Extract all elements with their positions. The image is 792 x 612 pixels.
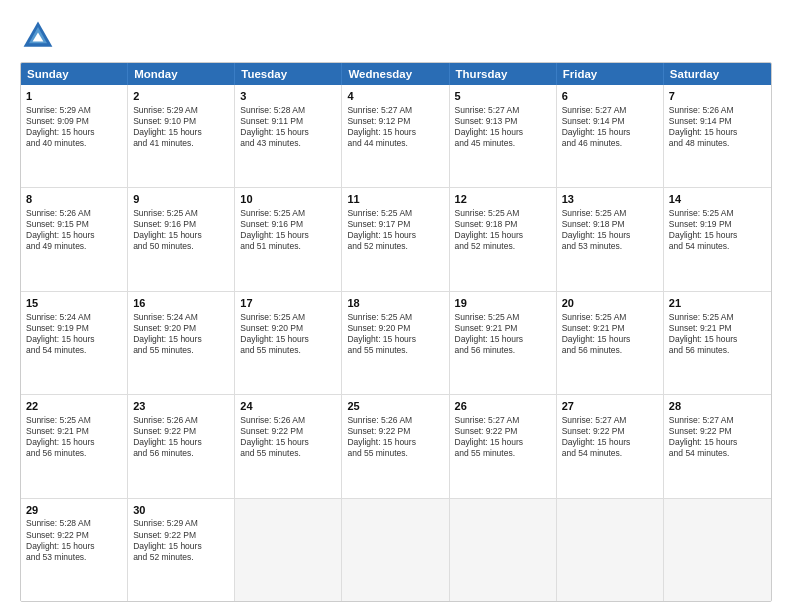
- day-cell-22: 22Sunrise: 5:25 AM Sunset: 9:21 PM Dayli…: [21, 395, 128, 497]
- day-cell-15: 15Sunrise: 5:24 AM Sunset: 9:19 PM Dayli…: [21, 292, 128, 394]
- day-cell-26: 26Sunrise: 5:27 AM Sunset: 9:22 PM Dayli…: [450, 395, 557, 497]
- day-info: Sunrise: 5:27 AM Sunset: 9:12 PM Dayligh…: [347, 105, 443, 149]
- day-cell-20: 20Sunrise: 5:25 AM Sunset: 9:21 PM Dayli…: [557, 292, 664, 394]
- day-cell-16: 16Sunrise: 5:24 AM Sunset: 9:20 PM Dayli…: [128, 292, 235, 394]
- day-number: 20: [562, 296, 658, 311]
- day-number: 21: [669, 296, 766, 311]
- day-cell-29: 29Sunrise: 5:28 AM Sunset: 9:22 PM Dayli…: [21, 499, 128, 601]
- empty-cell: [342, 499, 449, 601]
- day-number: 7: [669, 89, 766, 104]
- day-cell-30: 30Sunrise: 5:29 AM Sunset: 9:22 PM Dayli…: [128, 499, 235, 601]
- day-info: Sunrise: 5:25 AM Sunset: 9:17 PM Dayligh…: [347, 208, 443, 252]
- day-cell-11: 11Sunrise: 5:25 AM Sunset: 9:17 PM Dayli…: [342, 188, 449, 290]
- logo: [20, 18, 62, 54]
- day-cell-17: 17Sunrise: 5:25 AM Sunset: 9:20 PM Dayli…: [235, 292, 342, 394]
- calendar-row-5: 29Sunrise: 5:28 AM Sunset: 9:22 PM Dayli…: [21, 499, 771, 601]
- day-number: 5: [455, 89, 551, 104]
- day-cell-18: 18Sunrise: 5:25 AM Sunset: 9:20 PM Dayli…: [342, 292, 449, 394]
- calendar-row-1: 1Sunrise: 5:29 AM Sunset: 9:09 PM Daylig…: [21, 85, 771, 188]
- day-number: 30: [133, 503, 229, 518]
- day-info: Sunrise: 5:26 AM Sunset: 9:14 PM Dayligh…: [669, 105, 766, 149]
- day-info: Sunrise: 5:25 AM Sunset: 9:21 PM Dayligh…: [455, 312, 551, 356]
- day-number: 23: [133, 399, 229, 414]
- day-cell-12: 12Sunrise: 5:25 AM Sunset: 9:18 PM Dayli…: [450, 188, 557, 290]
- day-number: 4: [347, 89, 443, 104]
- day-cell-1: 1Sunrise: 5:29 AM Sunset: 9:09 PM Daylig…: [21, 85, 128, 187]
- day-info: Sunrise: 5:25 AM Sunset: 9:20 PM Dayligh…: [347, 312, 443, 356]
- day-cell-3: 3Sunrise: 5:28 AM Sunset: 9:11 PM Daylig…: [235, 85, 342, 187]
- calendar-row-3: 15Sunrise: 5:24 AM Sunset: 9:19 PM Dayli…: [21, 292, 771, 395]
- day-number: 16: [133, 296, 229, 311]
- day-info: Sunrise: 5:25 AM Sunset: 9:16 PM Dayligh…: [240, 208, 336, 252]
- day-info: Sunrise: 5:27 AM Sunset: 9:14 PM Dayligh…: [562, 105, 658, 149]
- day-cell-6: 6Sunrise: 5:27 AM Sunset: 9:14 PM Daylig…: [557, 85, 664, 187]
- calendar: SundayMondayTuesdayWednesdayThursdayFrid…: [20, 62, 772, 602]
- day-info: Sunrise: 5:25 AM Sunset: 9:20 PM Dayligh…: [240, 312, 336, 356]
- day-info: Sunrise: 5:26 AM Sunset: 9:22 PM Dayligh…: [133, 415, 229, 459]
- empty-cell: [664, 499, 771, 601]
- day-info: Sunrise: 5:27 AM Sunset: 9:13 PM Dayligh…: [455, 105, 551, 149]
- day-info: Sunrise: 5:25 AM Sunset: 9:18 PM Dayligh…: [455, 208, 551, 252]
- day-number: 15: [26, 296, 122, 311]
- calendar-header: SundayMondayTuesdayWednesdayThursdayFrid…: [21, 63, 771, 85]
- day-number: 2: [133, 89, 229, 104]
- day-info: Sunrise: 5:25 AM Sunset: 9:18 PM Dayligh…: [562, 208, 658, 252]
- day-number: 9: [133, 192, 229, 207]
- header-day-sunday: Sunday: [21, 63, 128, 85]
- day-info: Sunrise: 5:29 AM Sunset: 9:10 PM Dayligh…: [133, 105, 229, 149]
- day-info: Sunrise: 5:26 AM Sunset: 9:22 PM Dayligh…: [240, 415, 336, 459]
- header-day-thursday: Thursday: [450, 63, 557, 85]
- day-info: Sunrise: 5:29 AM Sunset: 9:22 PM Dayligh…: [133, 518, 229, 562]
- day-number: 8: [26, 192, 122, 207]
- day-cell-14: 14Sunrise: 5:25 AM Sunset: 9:19 PM Dayli…: [664, 188, 771, 290]
- day-info: Sunrise: 5:28 AM Sunset: 9:22 PM Dayligh…: [26, 518, 122, 562]
- day-info: Sunrise: 5:25 AM Sunset: 9:21 PM Dayligh…: [669, 312, 766, 356]
- logo-icon: [20, 18, 56, 54]
- day-number: 17: [240, 296, 336, 311]
- day-cell-7: 7Sunrise: 5:26 AM Sunset: 9:14 PM Daylig…: [664, 85, 771, 187]
- header-day-monday: Monday: [128, 63, 235, 85]
- header-day-tuesday: Tuesday: [235, 63, 342, 85]
- header: [20, 18, 772, 54]
- day-cell-10: 10Sunrise: 5:25 AM Sunset: 9:16 PM Dayli…: [235, 188, 342, 290]
- day-cell-5: 5Sunrise: 5:27 AM Sunset: 9:13 PM Daylig…: [450, 85, 557, 187]
- day-number: 14: [669, 192, 766, 207]
- day-info: Sunrise: 5:26 AM Sunset: 9:22 PM Dayligh…: [347, 415, 443, 459]
- day-number: 10: [240, 192, 336, 207]
- day-number: 3: [240, 89, 336, 104]
- day-cell-4: 4Sunrise: 5:27 AM Sunset: 9:12 PM Daylig…: [342, 85, 449, 187]
- day-cell-28: 28Sunrise: 5:27 AM Sunset: 9:22 PM Dayli…: [664, 395, 771, 497]
- day-info: Sunrise: 5:25 AM Sunset: 9:21 PM Dayligh…: [562, 312, 658, 356]
- day-cell-19: 19Sunrise: 5:25 AM Sunset: 9:21 PM Dayli…: [450, 292, 557, 394]
- day-info: Sunrise: 5:26 AM Sunset: 9:15 PM Dayligh…: [26, 208, 122, 252]
- day-number: 19: [455, 296, 551, 311]
- day-number: 26: [455, 399, 551, 414]
- day-info: Sunrise: 5:24 AM Sunset: 9:20 PM Dayligh…: [133, 312, 229, 356]
- empty-cell: [450, 499, 557, 601]
- day-info: Sunrise: 5:27 AM Sunset: 9:22 PM Dayligh…: [669, 415, 766, 459]
- day-cell-13: 13Sunrise: 5:25 AM Sunset: 9:18 PM Dayli…: [557, 188, 664, 290]
- day-number: 18: [347, 296, 443, 311]
- day-cell-25: 25Sunrise: 5:26 AM Sunset: 9:22 PM Dayli…: [342, 395, 449, 497]
- day-info: Sunrise: 5:27 AM Sunset: 9:22 PM Dayligh…: [455, 415, 551, 459]
- day-number: 25: [347, 399, 443, 414]
- day-number: 28: [669, 399, 766, 414]
- day-cell-23: 23Sunrise: 5:26 AM Sunset: 9:22 PM Dayli…: [128, 395, 235, 497]
- header-day-saturday: Saturday: [664, 63, 771, 85]
- day-cell-24: 24Sunrise: 5:26 AM Sunset: 9:22 PM Dayli…: [235, 395, 342, 497]
- calendar-body: 1Sunrise: 5:29 AM Sunset: 9:09 PM Daylig…: [21, 85, 771, 601]
- header-day-wednesday: Wednesday: [342, 63, 449, 85]
- day-info: Sunrise: 5:25 AM Sunset: 9:21 PM Dayligh…: [26, 415, 122, 459]
- day-number: 13: [562, 192, 658, 207]
- day-number: 22: [26, 399, 122, 414]
- empty-cell: [235, 499, 342, 601]
- header-day-friday: Friday: [557, 63, 664, 85]
- page: SundayMondayTuesdayWednesdayThursdayFrid…: [0, 0, 792, 612]
- calendar-row-2: 8Sunrise: 5:26 AM Sunset: 9:15 PM Daylig…: [21, 188, 771, 291]
- day-number: 12: [455, 192, 551, 207]
- day-cell-8: 8Sunrise: 5:26 AM Sunset: 9:15 PM Daylig…: [21, 188, 128, 290]
- day-number: 29: [26, 503, 122, 518]
- day-info: Sunrise: 5:29 AM Sunset: 9:09 PM Dayligh…: [26, 105, 122, 149]
- day-info: Sunrise: 5:25 AM Sunset: 9:16 PM Dayligh…: [133, 208, 229, 252]
- day-info: Sunrise: 5:28 AM Sunset: 9:11 PM Dayligh…: [240, 105, 336, 149]
